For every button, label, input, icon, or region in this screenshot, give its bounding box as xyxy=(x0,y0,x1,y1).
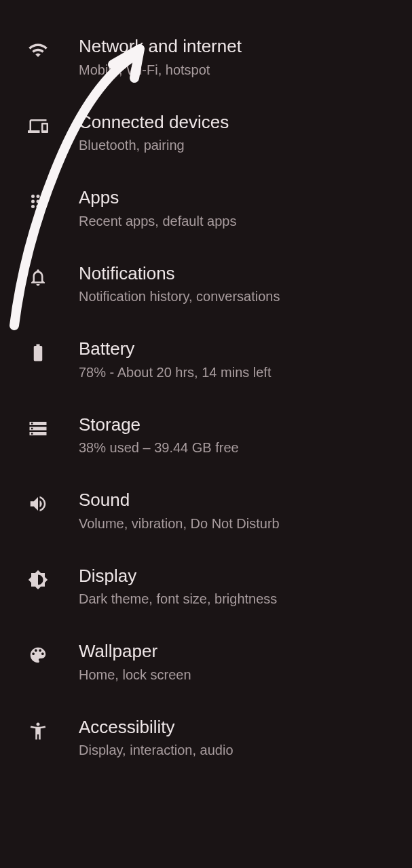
svg-point-7 xyxy=(37,205,40,208)
svg-point-6 xyxy=(31,205,35,208)
settings-item-subtitle: Recent apps, default apps xyxy=(79,213,398,230)
settings-item-title: Storage xyxy=(79,414,398,436)
svg-point-2 xyxy=(41,195,45,198)
settings-item-text: Connected devices Bluetooth, pairing xyxy=(79,111,398,155)
settings-item-title: Display xyxy=(79,565,398,587)
svg-point-3 xyxy=(31,200,35,203)
settings-item-title: Notifications xyxy=(79,262,398,285)
settings-item-network[interactable]: Network and internet Mobile, Wi-Fi, hots… xyxy=(0,19,412,95)
bell-icon xyxy=(27,267,49,288)
settings-item-text: Network and internet Mobile, Wi-Fi, hots… xyxy=(79,35,398,79)
settings-item-subtitle: Mobile, Wi-Fi, hotspot xyxy=(79,62,398,79)
svg-point-0 xyxy=(31,195,35,198)
svg-point-1 xyxy=(37,195,40,198)
settings-item-connected[interactable]: Connected devices Bluetooth, pairing xyxy=(0,95,412,171)
settings-item-subtitle: 38% used – 39.44 GB free xyxy=(79,439,398,456)
wifi-icon xyxy=(27,39,49,61)
settings-item-subtitle: Dark theme, font size, brightness xyxy=(79,591,398,608)
svg-point-8 xyxy=(41,205,45,208)
settings-item-text: Storage 38% used – 39.44 GB free xyxy=(79,414,398,457)
settings-item-text: Accessibility Display, interaction, audi… xyxy=(79,716,398,760)
settings-item-storage[interactable]: Storage 38% used – 39.44 GB free xyxy=(0,397,412,473)
settings-item-text: Wallpaper Home, lock screen xyxy=(79,640,398,684)
settings-item-text: Notifications Notification history, conv… xyxy=(79,262,398,306)
brightness-icon xyxy=(27,569,49,591)
settings-item-title: Connected devices xyxy=(79,111,398,134)
settings-item-accessibility[interactable]: Accessibility Display, interaction, audi… xyxy=(0,700,412,776)
settings-item-subtitle: Display, interaction, audio xyxy=(79,742,398,759)
storage-icon xyxy=(27,418,49,439)
settings-list: Network and internet Mobile, Wi-Fi, hots… xyxy=(0,0,412,775)
settings-item-wallpaper[interactable]: Wallpaper Home, lock screen xyxy=(0,624,412,700)
svg-point-5 xyxy=(41,200,45,203)
settings-item-title: Battery xyxy=(79,338,398,360)
settings-item-display[interactable]: Display Dark theme, font size, brightnes… xyxy=(0,549,412,625)
settings-item-text: Sound Volume, vibration, Do Not Disturb xyxy=(79,489,398,532)
settings-item-text: Battery 78% - About 20 hrs, 14 mins left xyxy=(79,338,398,381)
settings-item-subtitle: Home, lock screen xyxy=(79,667,398,684)
settings-item-subtitle: Volume, vibration, Do Not Disturb xyxy=(79,515,398,532)
palette-icon xyxy=(27,644,49,666)
settings-item-sound[interactable]: Sound Volume, vibration, Do Not Disturb xyxy=(0,473,412,549)
settings-item-text: Display Dark theme, font size, brightnes… xyxy=(79,565,398,608)
settings-item-title: Sound xyxy=(79,489,398,511)
apps-icon xyxy=(27,191,49,212)
settings-item-title: Accessibility xyxy=(79,716,398,738)
settings-item-title: Wallpaper xyxy=(79,640,398,663)
settings-item-battery[interactable]: Battery 78% - About 20 hrs, 14 mins left xyxy=(0,321,412,397)
settings-item-text: Apps Recent apps, default apps xyxy=(79,186,398,230)
battery-icon xyxy=(27,342,49,363)
settings-item-subtitle: 78% - About 20 hrs, 14 mins left xyxy=(79,364,398,381)
sound-icon xyxy=(27,493,49,515)
settings-item-apps[interactable]: Apps Recent apps, default apps xyxy=(0,170,412,246)
devices-icon xyxy=(27,115,49,137)
settings-item-title: Apps xyxy=(79,186,398,209)
svg-point-4 xyxy=(37,200,40,203)
settings-item-subtitle: Bluetooth, pairing xyxy=(79,137,398,154)
settings-item-subtitle: Notification history, conversations xyxy=(79,288,398,305)
settings-item-notifications[interactable]: Notifications Notification history, conv… xyxy=(0,246,412,322)
settings-item-title: Network and internet xyxy=(79,35,398,58)
accessibility-icon xyxy=(27,720,49,742)
